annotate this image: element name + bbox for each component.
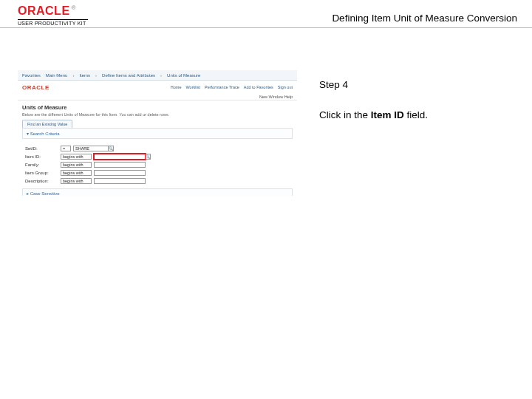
step-label: Step 4 (319, 79, 519, 90)
window-meta-links[interactable]: New Window Help (18, 94, 297, 100)
crumb-item[interactable]: Items (79, 73, 90, 78)
breadcrumb: Favorites Main Menu› Items› Define Items… (18, 70, 297, 81)
search-criteria-section: Search Criteria (22, 128, 293, 139)
brand-subtitle: USER PRODUCTIVITY KIT (18, 19, 88, 26)
page-header: ORACLE® USER PRODUCTIVITY KIT Defining I… (0, 0, 532, 28)
case-sensitive-section[interactable]: Case Sensitive (22, 188, 293, 196)
group-op[interactable]: begins with (61, 170, 92, 176)
step-instruction: Click in the Item ID field. (319, 109, 519, 120)
desc-input[interactable] (94, 178, 146, 184)
app-screenshot: Favorites Main Menu› Items› Define Items… (18, 70, 297, 196)
itemid-op[interactable]: begins with (61, 154, 92, 160)
itemid-label: Item ID: (25, 154, 61, 159)
brand-block: ORACLE® USER PRODUCTIVITY KIT (18, 4, 88, 26)
lookup-icon[interactable]: 🔍 (109, 146, 114, 151)
instr-suffix: field. (404, 109, 428, 120)
setid-op[interactable]: = (61, 146, 71, 151)
instruction-panel: Step 4 Click in the Item ID field. (319, 79, 519, 120)
nav-link[interactable]: Sign out (278, 85, 293, 89)
lookup-icon[interactable]: 🔍 (146, 154, 151, 160)
search-form: SetID: = SHARE 🔍 Item ID: begins with 🔍 … (18, 142, 297, 187)
instr-bold: Item ID (371, 109, 404, 120)
desc-label: Description: (25, 179, 61, 183)
crumb-item[interactable]: Favorites (22, 73, 41, 78)
crumb-item[interactable]: Units of Measure (167, 73, 200, 78)
itemid-input[interactable] (94, 154, 146, 160)
family-input[interactable] (94, 162, 146, 168)
nav-link[interactable]: Worklist (186, 85, 200, 89)
instr-prefix: Click in the (319, 109, 371, 120)
app-top-nav: Home Worklist Performance Trace Add to F… (171, 85, 293, 89)
section-header[interactable]: Search Criteria (27, 131, 288, 136)
family-label: Family: (25, 163, 61, 167)
crumb-item[interactable]: Main Menu (46, 73, 68, 78)
nav-link[interactable]: Performance Trace (205, 85, 239, 89)
group-input[interactable] (94, 170, 146, 176)
setid-label: SetID: (25, 146, 61, 151)
family-op[interactable]: begins with (61, 162, 92, 168)
page-title: Defining Item Unit of Measure Conversion (332, 13, 517, 24)
brand-reg: ® (72, 4, 76, 11)
tab-strip: Find an Existing Value (22, 120, 293, 128)
crumb-item[interactable]: Define Items and Attributes (102, 73, 155, 78)
app-brand-row: ORACLE Home Worklist Performance Trace A… (18, 81, 297, 94)
brand-word: ORACLE (18, 4, 70, 17)
group-label: Item Group: (25, 171, 61, 175)
app-page-title: Units of Measure (18, 100, 297, 112)
setid-input[interactable]: SHARE (73, 146, 109, 151)
nav-link[interactable]: Home (171, 85, 182, 89)
section-header-collapsed[interactable]: Case Sensitive (27, 191, 288, 196)
tab-find-existing[interactable]: Find an Existing Value (22, 120, 72, 128)
app-subtext: Below are the different Units of Measure… (18, 112, 297, 120)
app-brand: ORACLE (22, 84, 50, 91)
nav-link[interactable]: Add to Favorites (244, 85, 273, 89)
desc-op[interactable]: begins with (61, 178, 92, 184)
